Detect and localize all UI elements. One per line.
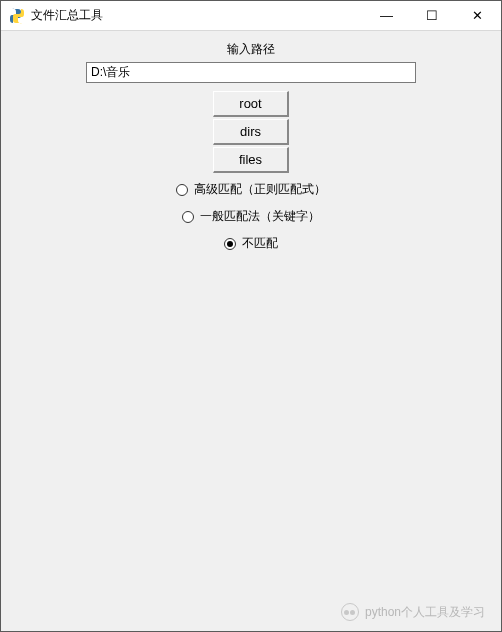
watermark: python个人工具及学习 [341,603,485,621]
svg-point-1 [20,20,22,22]
client-area: 输入路径 root dirs files 高级匹配（正则匹配式） 一般匹配法（关… [1,31,501,631]
maximize-button[interactable]: ☐ [409,1,454,30]
window-title: 文件汇总工具 [31,7,364,24]
radio-advanced[interactable]: 高级匹配（正则匹配式） [176,181,326,198]
wechat-icon [341,603,359,621]
match-mode-group: 高级匹配（正则匹配式） 一般匹配法（关键字） 不匹配 [1,181,501,252]
radio-label: 一般匹配法（关键字） [200,208,320,225]
close-button[interactable]: ✕ [454,1,501,30]
path-input[interactable] [86,62,416,83]
dirs-button[interactable]: dirs [213,119,289,145]
radio-icon [182,211,194,223]
radio-none[interactable]: 不匹配 [224,235,278,252]
app-window: 文件汇总工具 — ☐ ✕ 输入路径 root dirs files 高级匹配（正… [0,0,502,632]
window-controls: — ☐ ✕ [364,1,501,30]
path-row [1,62,501,83]
app-icon [9,8,25,24]
watermark-text: python个人工具及学习 [365,604,485,621]
button-stack: root dirs files [1,91,501,175]
path-label: 输入路径 [1,41,501,58]
radio-label: 高级匹配（正则匹配式） [194,181,326,198]
root-button[interactable]: root [213,91,289,117]
titlebar: 文件汇总工具 — ☐ ✕ [1,1,501,31]
radio-normal[interactable]: 一般匹配法（关键字） [182,208,320,225]
radio-label: 不匹配 [242,235,278,252]
minimize-button[interactable]: — [364,1,409,30]
svg-point-0 [12,10,14,12]
radio-icon [176,184,188,196]
files-button[interactable]: files [213,147,289,173]
radio-icon [224,238,236,250]
